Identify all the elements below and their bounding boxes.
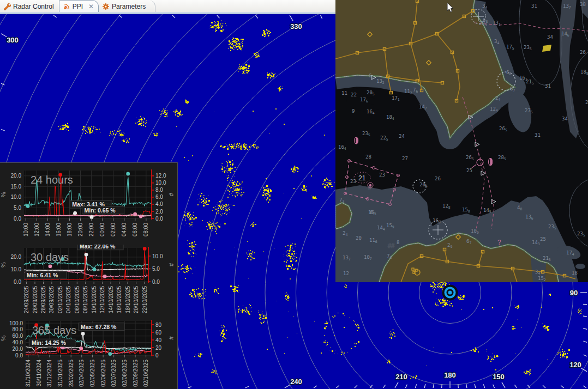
chart-container: 0.020.040.060.080.0100.002040608031/10/2… bbox=[0, 318, 177, 389]
svg-text:240: 240 bbox=[290, 378, 302, 386]
svg-text:10.0: 10.0 bbox=[155, 180, 166, 186]
svg-text:11: 11 bbox=[341, 90, 347, 96]
svg-text:Min: 6.41 %: Min: 6.41 % bbox=[27, 272, 58, 278]
svg-text:22: 22 bbox=[585, 100, 588, 105]
chart-container: 0.05.010.015.020.00.02.04.06.08.010.012.… bbox=[0, 167, 177, 249]
tab-parameters[interactable]: Parameters bbox=[99, 1, 151, 12]
svg-text:02/10/2025: 02/10/2025 bbox=[143, 360, 149, 387]
chart-title: 365 days bbox=[32, 324, 76, 336]
svg-text:330: 330 bbox=[290, 22, 302, 31]
svg-text:100.0: 100.0 bbox=[9, 320, 23, 326]
svg-text:26: 26 bbox=[580, 50, 586, 55]
series-marker bbox=[90, 215, 94, 219]
stats-chart-365-days: 0.020.040.060.080.0100.002040608031/10/2… bbox=[0, 318, 177, 389]
tab-ppi[interactable]: PPI ✕ bbox=[59, 0, 99, 12]
svg-text:120: 120 bbox=[569, 361, 581, 369]
svg-text:38: 38 bbox=[580, 2, 586, 7]
svg-text:22:00: 22:00 bbox=[88, 223, 94, 236]
chart-canvas[interactable]: ###21?3468131225311373834175235341462618… bbox=[335, 0, 588, 282]
series-marker bbox=[73, 211, 77, 215]
svg-text:14/10/2025: 14/10/2025 bbox=[108, 286, 114, 313]
stats-chart-24-hours: 0.05.010.015.020.00.02.04.06.08.010.012.… bbox=[0, 167, 177, 247]
series-marker bbox=[79, 347, 83, 350]
svg-text:04/10/2025: 04/10/2025 bbox=[65, 286, 71, 313]
nautical-chart-overlay[interactable]: ###21?3468131225311373834175235341462618… bbox=[335, 0, 588, 282]
svg-text:0.0: 0.0 bbox=[152, 279, 160, 285]
svg-text:80.0: 80.0 bbox=[13, 326, 23, 332]
svg-text:23: 23 bbox=[379, 172, 385, 178]
svg-text:02/07/2025: 02/07/2025 bbox=[111, 360, 117, 387]
svg-text:30/11/2024: 30/11/2024 bbox=[36, 360, 42, 387]
svg-text:0.0: 0.0 bbox=[14, 279, 21, 285]
svg-text:15.0: 15.0 bbox=[11, 184, 22, 190]
ylabel-left: % bbox=[0, 262, 7, 268]
tab-radar-control[interactable]: Radar Control bbox=[0, 1, 59, 12]
series-marker bbox=[85, 253, 88, 257]
series-marker bbox=[139, 215, 143, 218]
svg-text:30/09/2025: 30/09/2025 bbox=[49, 286, 55, 313]
svg-text:6.0: 6.0 bbox=[155, 194, 163, 200]
series-marker bbox=[108, 352, 112, 356]
svg-text:02/06/2025: 02/06/2025 bbox=[100, 360, 106, 387]
y-axis-left: 0.020.040.060.080.0100.0 bbox=[9, 320, 23, 358]
svg-text:16:00: 16:00 bbox=[56, 223, 62, 236]
series-marker bbox=[26, 204, 30, 208]
series-marker bbox=[103, 275, 107, 278]
svg-text:31: 31 bbox=[531, 3, 537, 9]
statistics-panel: 0.05.010.015.020.00.02.04.06.08.010.012.… bbox=[0, 162, 178, 389]
svg-text:10.0: 10.0 bbox=[152, 253, 163, 259]
svg-text:0.0: 0.0 bbox=[155, 216, 163, 222]
svg-text:25: 25 bbox=[540, 236, 546, 242]
y-axis-right: 0.02.04.06.08.010.012.0 bbox=[152, 173, 166, 221]
svg-text:20: 20 bbox=[356, 235, 362, 241]
svg-text:02:00: 02:00 bbox=[110, 223, 116, 236]
gear-icon bbox=[102, 3, 110, 10]
svg-text:##: ## bbox=[388, 242, 395, 249]
x-axis-labels: 31/10/202430/11/202431/12/202431/01/2025… bbox=[25, 355, 149, 387]
svg-text:06:00: 06:00 bbox=[132, 223, 138, 236]
radar-application-window: 90120150180210240300330 Radar Control PP… bbox=[0, 0, 588, 389]
svg-text:18: 18 bbox=[572, 270, 578, 276]
svg-text:?: ? bbox=[497, 239, 501, 246]
svg-text:20.0: 20.0 bbox=[13, 346, 23, 352]
svg-text:10.0: 10.0 bbox=[11, 266, 22, 272]
svg-text:8: 8 bbox=[397, 240, 399, 245]
svg-text:31: 31 bbox=[535, 132, 541, 138]
ylabel-right: # bbox=[168, 336, 175, 340]
restricted-area-label: 21 bbox=[358, 174, 366, 182]
annotation-tooltip: Min: 6.41 % bbox=[25, 271, 67, 279]
ylabel-right: # bbox=[168, 192, 175, 196]
chart-container: 0.010.020.00.05.010.024/09/202526/09/202… bbox=[0, 245, 177, 323]
svg-text:08/10/2025: 08/10/2025 bbox=[82, 286, 88, 313]
svg-text:14:00: 14:00 bbox=[45, 223, 51, 236]
svg-text:60: 60 bbox=[155, 330, 162, 336]
svg-text:10.0: 10.0 bbox=[11, 194, 22, 200]
series-marker bbox=[126, 172, 130, 176]
svg-text:16/10/2025: 16/10/2025 bbox=[116, 286, 122, 313]
svg-text:300: 300 bbox=[7, 36, 19, 44]
svg-text:4.0: 4.0 bbox=[155, 201, 163, 207]
ylabel-left: % bbox=[0, 335, 7, 341]
y-axis-right: 020406080 bbox=[152, 322, 162, 358]
svg-text:31/10/2024: 31/10/2024 bbox=[25, 360, 31, 387]
close-icon[interactable]: ✕ bbox=[87, 3, 95, 10]
svg-text:28/02/2025: 28/02/2025 bbox=[68, 360, 74, 387]
svg-text:02/08/2025: 02/08/2025 bbox=[122, 360, 128, 387]
svg-text:80: 80 bbox=[155, 322, 162, 328]
y-axis-left: 0.05.010.015.020.0 bbox=[11, 173, 22, 221]
svg-text:12.0: 12.0 bbox=[155, 173, 166, 179]
svg-text:20: 20 bbox=[155, 345, 162, 351]
svg-text:31: 31 bbox=[545, 83, 551, 89]
svg-text:180: 180 bbox=[444, 371, 456, 379]
series-marker bbox=[143, 247, 147, 251]
svg-text:Min: 14.25 %: Min: 14.25 % bbox=[32, 339, 67, 346]
svg-text:00:00: 00:00 bbox=[99, 223, 105, 236]
x-axis-labels: 10:0012:0014:0016:0018:0020:0022:0000:00… bbox=[23, 218, 149, 236]
y-axis-left: 0.010.020.0 bbox=[11, 254, 22, 284]
svg-text:31/12/2024: 31/12/2024 bbox=[46, 360, 52, 387]
svg-text:06/10/2025: 06/10/2025 bbox=[74, 286, 80, 313]
tab-label: PPI bbox=[73, 3, 83, 10]
svg-text:22: 22 bbox=[351, 92, 357, 98]
svg-text:02/04/2025: 02/04/2025 bbox=[79, 360, 85, 387]
ylabel-left: % bbox=[0, 192, 7, 197]
